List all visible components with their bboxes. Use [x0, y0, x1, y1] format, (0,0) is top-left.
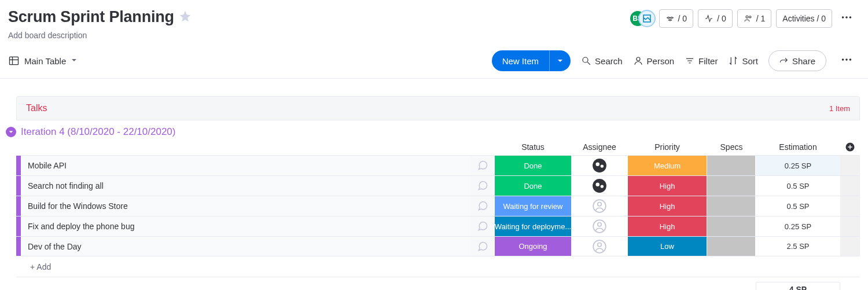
row-spacer [840, 176, 860, 196]
collapse-toggle[interactable] [6, 127, 16, 137]
priority-cell[interactable]: High [627, 216, 707, 236]
estimation-cell[interactable]: 0.25 SP [756, 156, 840, 175]
status-cell[interactable]: Ongoing [494, 237, 572, 256]
estimation-cell[interactable]: 2.5 SP [756, 237, 840, 256]
column-header-priority[interactable]: Priority [627, 142, 707, 152]
assignee-cell[interactable] [572, 176, 627, 196]
sum-value: 4 SP [756, 285, 840, 290]
new-item-label: New Item [492, 50, 549, 71]
estimation-cell[interactable]: 0.5 SP [756, 196, 840, 216]
svg-point-2 [842, 16, 844, 19]
row-handle[interactable] [16, 196, 21, 216]
sort-button[interactable]: Sort [728, 56, 758, 66]
svg-point-16 [849, 58, 852, 61]
row-handle[interactable] [16, 156, 21, 175]
view-selector[interactable]: Main Table [8, 55, 78, 67]
sort-label: Sort [742, 56, 758, 66]
star-icon[interactable] [179, 10, 192, 25]
group-talks-title: Talks [26, 103, 47, 113]
specs-cell[interactable] [707, 156, 756, 175]
conversation-icon[interactable] [471, 237, 494, 256]
status-cell[interactable]: Waiting for deployme... [494, 216, 572, 236]
status-cell[interactable]: Done [494, 156, 572, 175]
priority-cell[interactable]: High [627, 176, 707, 196]
table-row: Search not finding allDoneHigh0.5 SP [16, 175, 860, 196]
filter-button[interactable]: Filter [685, 56, 718, 66]
more-options-icon[interactable] [837, 11, 856, 26]
assignee-cell[interactable] [572, 196, 627, 216]
new-item-dropdown[interactable] [549, 50, 571, 71]
svg-rect-5 [10, 57, 19, 64]
integrations-count: / 0 [678, 14, 687, 23]
viewbar-more-icon[interactable] [837, 53, 856, 68]
conversation-icon[interactable] [471, 156, 494, 175]
status-cell[interactable]: Waiting for review [494, 196, 572, 216]
item-name-cell[interactable]: Search not finding all [21, 176, 471, 196]
estimation-cell[interactable]: 0.25 SP [756, 216, 840, 236]
svg-point-10 [637, 57, 640, 61]
assignee-cell[interactable] [572, 237, 627, 256]
specs-cell[interactable] [707, 216, 756, 236]
integrations-button[interactable]: / 0 [659, 9, 694, 28]
add-column-button[interactable] [840, 142, 860, 152]
status-cell[interactable]: Done [494, 176, 572, 196]
avatar [638, 10, 656, 27]
svg-point-22 [596, 183, 600, 187]
svg-point-27 [598, 223, 602, 227]
specs-cell[interactable] [707, 196, 756, 216]
new-item-button[interactable]: New Item [492, 50, 571, 71]
share-button[interactable]: Share [768, 50, 826, 71]
item-name-cell[interactable]: Build for the Windows Store [21, 196, 471, 216]
activities-label: Activities / 0 [782, 14, 826, 23]
automations-button[interactable]: / 0 [698, 9, 733, 28]
search-button[interactable]: Search [581, 56, 623, 66]
svg-point-21 [593, 179, 606, 193]
svg-point-15 [845, 58, 848, 61]
item-name-cell[interactable]: Dev of the Day [21, 237, 471, 256]
estimation-sum: 4 SP sum [756, 282, 840, 290]
column-header-estimation[interactable]: Estimation [756, 142, 840, 152]
table-row: Build for the Windows StoreWaiting for r… [16, 196, 860, 216]
filter-label: Filter [698, 56, 718, 66]
board-members-avatars[interactable]: BS [629, 10, 654, 27]
row-handle[interactable] [16, 176, 21, 196]
item-name-cell[interactable]: Mobile API [21, 156, 471, 175]
column-header-specs[interactable]: Specs [707, 142, 756, 152]
svg-point-4 [849, 16, 852, 19]
table-row: Fix and deploy the phone bugWaiting for … [16, 216, 860, 236]
row-handle[interactable] [16, 237, 21, 256]
view-name: Main Table [24, 56, 66, 66]
add-item-button[interactable]: + Add [21, 262, 860, 271]
activities-button[interactable]: Activities / 0 [776, 9, 832, 28]
assignee-cell[interactable] [572, 216, 627, 236]
assignee-cell[interactable] [572, 156, 627, 175]
members-button[interactable]: / 1 [737, 9, 772, 28]
column-header-row: Status Assignee Priority Specs Estimatio… [16, 139, 860, 155]
svg-point-14 [842, 58, 844, 61]
conversation-icon[interactable] [471, 196, 494, 216]
row-spacer [840, 237, 860, 256]
priority-cell[interactable]: High [627, 196, 707, 216]
conversation-icon[interactable] [471, 216, 494, 236]
column-header-assignee[interactable]: Assignee [572, 142, 627, 152]
row-spacer [840, 216, 860, 236]
svg-point-3 [845, 16, 848, 19]
specs-cell[interactable] [707, 237, 756, 256]
group-iteration-title[interactable]: Iteration 4 (8/10/2020 - 22/10/2020) [21, 126, 175, 138]
search-label: Search [595, 56, 623, 66]
svg-point-18 [593, 159, 606, 172]
person-label: Person [647, 56, 675, 66]
group-talks-header[interactable]: Talks 1 Item [16, 96, 860, 120]
board-description[interactable]: Add board description [8, 31, 192, 40]
specs-cell[interactable] [707, 176, 756, 196]
estimation-cell[interactable]: 0.5 SP [756, 176, 840, 196]
board-title[interactable]: Scrum Sprint Planning [8, 8, 174, 26]
priority-cell[interactable]: Low [627, 237, 707, 256]
person-filter-button[interactable]: Person [633, 56, 675, 66]
conversation-icon[interactable] [471, 176, 494, 196]
priority-cell[interactable]: Medium [627, 156, 707, 175]
column-header-status[interactable]: Status [494, 142, 572, 152]
item-name-cell[interactable]: Fix and deploy the phone bug [21, 216, 471, 236]
row-handle[interactable] [16, 216, 21, 236]
svg-point-29 [598, 243, 602, 247]
